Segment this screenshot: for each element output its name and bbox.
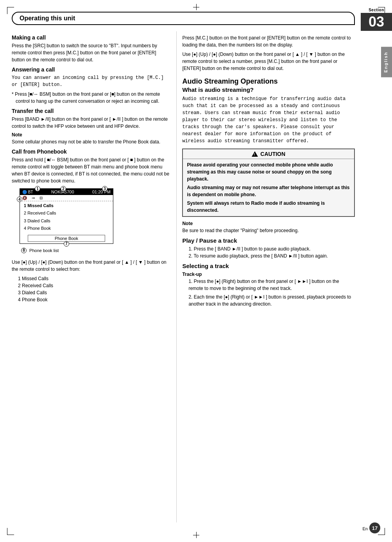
select-item-1: 1 Missed Calls — [18, 275, 169, 282]
english-label: English — [381, 47, 392, 77]
selecting-track-list: 1. Press the [●] (Right) button on the f… — [182, 278, 355, 308]
en-small-label: En — [363, 526, 368, 531]
page-title: Operating this unit — [20, 15, 75, 21]
select-item-2: 2 Received Calls — [18, 282, 169, 289]
transfer-call-text: Press [BAND ►/II] button on the front pa… — [12, 116, 169, 130]
select-item-3: 3 Dialed Calls — [18, 289, 169, 296]
transfer-call-heading: Transfer the call — [12, 108, 169, 114]
diagram-label-1: 1 — [35, 186, 40, 191]
bt-icon: 🔵 BT — [22, 190, 33, 194]
menu-item-3: 3 Dialed Calls — [24, 217, 109, 225]
right-note-label: Note — [182, 221, 355, 226]
select-item-4: 4 Phone Book — [18, 296, 169, 303]
selecting-track-heading: Selecting a track — [182, 263, 355, 269]
audio-streaming-subheading: What is audio streaming? — [182, 86, 355, 93]
page-number: 17 — [369, 522, 380, 533]
play-pause-item-2: 2. To resume audio playback, press the [… — [188, 252, 355, 259]
caution-triangle-icon — [252, 151, 258, 157]
track-up-label: Track-up — [182, 272, 355, 277]
answering-a-call-text: You can answer an incoming call by press… — [12, 74, 169, 88]
diagram-label-4: 4 — [17, 197, 22, 202]
caution-line-3: System will always return to Radio mode … — [187, 200, 350, 214]
transfer-note-label: Note — [12, 132, 169, 138]
title-bar: Operating this unit — [12, 12, 355, 25]
track-item-2: 2. Each time the [●] (Right) or [ ►►I ] … — [188, 293, 355, 308]
audio-streaming-text: Audio streaming is a technique for trans… — [182, 95, 355, 145]
right-note-text: Be sure to read the chapter "Pairing" be… — [182, 227, 355, 234]
diagram-top-bar: 🔵 BT NOKIA5700 01:20 PM — [20, 189, 113, 195]
answering-asterisk: * Press [■/↔ BSM] button on the front pa… — [12, 91, 169, 105]
right-press-text-1: Press [M.C.] button on the front panel o… — [182, 34, 355, 48]
diagram-sub-row: 🔇 ⇒ ⊟ — [20, 195, 113, 201]
right-press-text-2: Use [●] (Up) / [●] (Down) button on the … — [182, 51, 355, 72]
sub-icon-1: 🔇 — [22, 196, 27, 200]
making-a-call-heading: Making a call — [12, 34, 169, 41]
right-column: Press [M.C.] button on the front panel o… — [176, 31, 355, 522]
caution-body: Please avoid operating your connected mo… — [183, 159, 354, 216]
making-a-call-section: Making a call Press the [SRC] button to … — [12, 34, 169, 63]
diagram-label-2: 2 — [61, 186, 66, 191]
call-from-phonebook-text: Press and hold [ ■/↔ BSM] button on the … — [12, 156, 169, 184]
caution-header: CAUTION — [183, 149, 354, 159]
play-pause-heading: Play / Pause a track — [182, 237, 355, 244]
select-items: 1 Missed Calls 2 Received Calls 3 Dialed… — [12, 275, 169, 303]
audio-streaming-heading: Audio Streaming Operations — [182, 77, 355, 86]
num8-description: Phone book list — [29, 248, 59, 252]
selecting-track-section: Selecting a track Track-up 1. Press the … — [182, 263, 355, 308]
play-pause-section: Play / Pause a track 1. Press the [ BAND… — [182, 237, 355, 259]
sub-icon-3: ⊟ — [39, 196, 43, 200]
crosshair-top — [193, 4, 199, 10]
sub-icon-2: ⇒ — [32, 196, 35, 200]
making-a-call-text: Press the [SRC] button to switch the sou… — [12, 42, 169, 63]
left-column: Making a call Press the [SRC] button to … — [12, 31, 176, 522]
diagram-menu-list: 1 Missed Calls 2 Received Calls 3 Dialed… — [20, 201, 113, 233]
diagram-label-3: 3 — [102, 186, 107, 191]
diagram-time: 01:20 PM — [92, 190, 111, 194]
call-from-phonebook-section: Call from Phonebook Press and hold [ ■/↔… — [12, 148, 169, 184]
section-number: 03 — [361, 13, 392, 31]
section-label: Section — [361, 0, 392, 12]
answering-a-call-section: Answering a call You can answer an incom… — [12, 66, 169, 105]
menu-item-2: 2 Received Calls — [24, 209, 109, 217]
right-note-section: Note Be sure to read the chapter "Pairin… — [182, 221, 355, 234]
caution-line-1: Please avoid operating your connected mo… — [187, 161, 350, 182]
play-pause-list: 1. Press the [ BAND ►/II ] button to pau… — [182, 245, 355, 259]
play-pause-item-1: 1. Press the [ BAND ►/II ] button to pau… — [188, 245, 355, 252]
diagram-label-7: 7 — [64, 241, 69, 247]
audio-streaming-section: Audio Streaming Operations What is audio… — [182, 77, 355, 145]
crosshair-bottom — [193, 532, 199, 538]
call-from-phonebook-heading: Call from Phonebook — [12, 148, 169, 155]
select-text: Use [●] (Up) / [●] (Down) button on the … — [12, 259, 169, 273]
num8-label: 8 Phone book list — [20, 248, 169, 253]
menu-item-4: 4 Phone Book — [24, 225, 109, 232]
answering-a-call-heading: Answering a call — [12, 66, 169, 73]
track-item-1: 1. Press the [●] (Right) button on the f… — [188, 278, 355, 292]
caution-label: CAUTION — [260, 151, 285, 157]
caution-line-2: Audio streaming may or may not resume af… — [187, 184, 350, 198]
phonebook-diagram: 1 2 3 4 🔵 BT NOKIA5700 01:20 PM 🔇 ⇒ ⊟ — [20, 188, 113, 244]
corner-tl — [7, 7, 14, 14]
num8-badge: 8 — [21, 248, 27, 253]
section-badge: Section 03 — [361, 0, 392, 31]
caution-box: CAUTION Please avoid operating your conn… — [182, 148, 355, 217]
phonebook-diagram-container: 1 2 3 4 🔵 BT NOKIA5700 01:20 PM 🔇 ⇒ ⊟ — [20, 188, 169, 253]
transfer-call-section: Transfer the call Press [BAND ►/II] butt… — [12, 108, 169, 145]
main-content: Making a call Press the [SRC] button to … — [12, 31, 355, 522]
transfer-note-text: Some cellular phones may not be able to … — [12, 138, 169, 145]
menu-item-1: 1 Missed Calls — [24, 202, 109, 209]
corner-bl — [7, 528, 14, 535]
